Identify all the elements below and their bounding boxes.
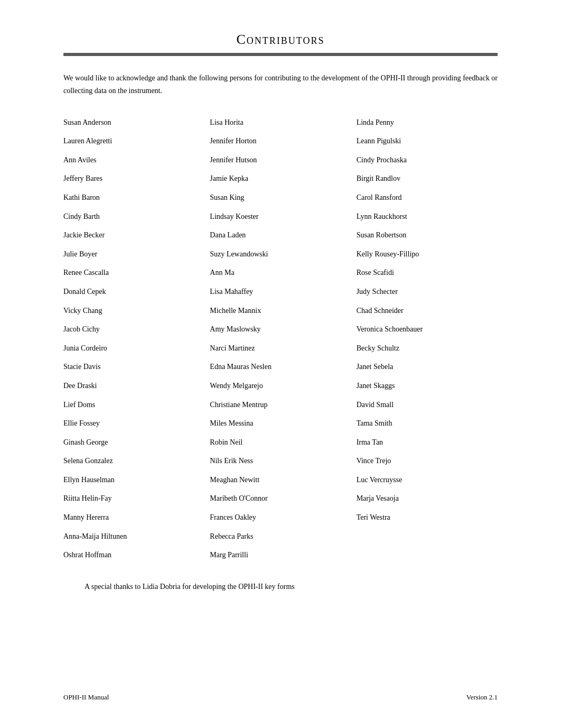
contributor-name: David Small: [357, 395, 498, 414]
contributor-name: Stacie Davis: [63, 357, 204, 376]
contributor-name: Robin Neil: [210, 433, 351, 452]
contributor-name: Riitta Helin-Fay: [63, 489, 204, 508]
contributor-name: Rebecca Parks: [210, 527, 351, 546]
contributor-name: Dee Draski: [63, 376, 204, 395]
contributor-name: Selena Gonzalez: [63, 451, 204, 471]
contributor-name: Miles Messina: [210, 414, 351, 433]
contributor-name: Jamie Kepka: [210, 169, 351, 188]
contributor-name: [357, 546, 498, 565]
contributor-name: Suzy Lewandowski: [210, 245, 351, 264]
contributor-name: Veronica Schoenbauer: [357, 320, 498, 339]
contributor-name: Tama Smith: [357, 414, 498, 433]
contributor-name: Ellie Fossey: [63, 414, 204, 433]
contributor-name: Cindy Barth: [63, 207, 204, 226]
contributor-name: Wendy Melgarejo: [210, 376, 351, 395]
contributor-name: Linda Penny: [357, 113, 498, 132]
contributor-name: Jennifer Horton: [210, 132, 351, 151]
contributor-name: Teri Westra: [357, 508, 498, 527]
contributor-name: Susan Anderson: [63, 113, 204, 132]
contributor-name: Carol Ransford: [357, 188, 498, 207]
contributor-name: Lisa Mahaffey: [210, 282, 351, 301]
contributor-name: Ellyn Hauselman: [63, 471, 204, 490]
contributors-grid: Susan AndersonLisa HoritaLinda PennyLaur…: [63, 113, 498, 565]
contributor-name: Julie Boyer: [63, 245, 204, 264]
contributor-name: Becky Schultz: [357, 339, 498, 358]
contributor-name: Dana Laden: [210, 226, 351, 245]
contributor-name: Marg Parrilli: [210, 546, 351, 565]
contributor-name: Judy Schecter: [357, 282, 498, 301]
contributor-name: Jennifer Hutson: [210, 151, 351, 170]
footer-right: Version 2.1: [466, 693, 498, 702]
contributor-name: Ginash George: [63, 433, 204, 452]
contributor-name: Oshrat Hoffman: [63, 546, 204, 565]
contributor-name: Cindy Prochaska: [357, 151, 498, 170]
footer-left: OPHI-II Manual: [63, 693, 109, 702]
contributor-name: Lief Doms: [63, 395, 204, 414]
contributor-name: Edna Mauras Neslen: [210, 357, 351, 376]
contributor-name: Narci Martinez: [210, 339, 351, 358]
contributor-name: Lindsay Koester: [210, 207, 351, 226]
intro-paragraph: We would like to acknowledge and thank t…: [63, 72, 498, 97]
contributor-name: Marja Vesaoja: [357, 489, 498, 508]
contributor-name: Vince Trejo: [357, 451, 498, 471]
contributor-name: Kathi Baron: [63, 188, 204, 207]
contributor-name: Vicky Chang: [63, 301, 204, 320]
contributor-name: Anna-Maija Hiltunen: [63, 527, 204, 546]
contributor-name: Jackie Becker: [63, 226, 204, 245]
special-thanks: A special thanks to Lidia Dobria for dev…: [85, 580, 498, 593]
contributor-name: Irma Tan: [357, 433, 498, 452]
contributor-name: Amy Maslowsky: [210, 320, 351, 339]
title-rule: [63, 53, 498, 56]
contributor-name: Michelle Mannix: [210, 301, 351, 320]
contributor-name: Janet Skaggs: [357, 376, 498, 395]
contributor-name: Susan King: [210, 188, 351, 207]
contributor-name: Luc Vercruysse: [357, 471, 498, 490]
contributor-name: Nils Erik Ness: [210, 451, 351, 471]
contributor-name: Donald Cepek: [63, 282, 204, 301]
contributor-name: Ann Ma: [210, 263, 351, 282]
contributor-name: Manny Hererra: [63, 508, 204, 527]
contributor-name: Lauren Alegretti: [63, 132, 204, 151]
contributor-name: Christiane Mentrup: [210, 395, 351, 414]
contributor-name: [357, 527, 498, 546]
contributor-name: Lynn Rauckhorst: [357, 207, 498, 226]
contributor-name: Susan Robertson: [357, 226, 498, 245]
contributor-name: Birgit Randlov: [357, 169, 498, 188]
contributor-name: Jacob Cichy: [63, 320, 204, 339]
contributor-name: Kelly Rousey-Fillipo: [357, 245, 498, 264]
contributor-name: Junia Cordeiro: [63, 339, 204, 358]
contributor-name: Renee Cascalla: [63, 263, 204, 282]
contributor-name: Rose Scafidi: [357, 263, 498, 282]
contributor-name: Lisa Horita: [210, 113, 351, 132]
contributor-name: Jeffery Bares: [63, 169, 204, 188]
contributor-name: Chad Schneider: [357, 301, 498, 320]
page: Contributors We would like to acknowledg…: [0, 0, 561, 728]
footer: OPHI-II Manual Version 2.1: [63, 693, 498, 702]
page-title: Contributors: [63, 32, 498, 48]
contributor-name: Maribeth O'Connor: [210, 489, 351, 508]
contributor-name: Janet Sebela: [357, 357, 498, 376]
contributor-name: Meaghan Newitt: [210, 471, 351, 490]
contributor-name: Frances Oakley: [210, 508, 351, 527]
contributor-name: Ann Aviles: [63, 151, 204, 170]
contributor-name: Leann Pigulski: [357, 132, 498, 151]
